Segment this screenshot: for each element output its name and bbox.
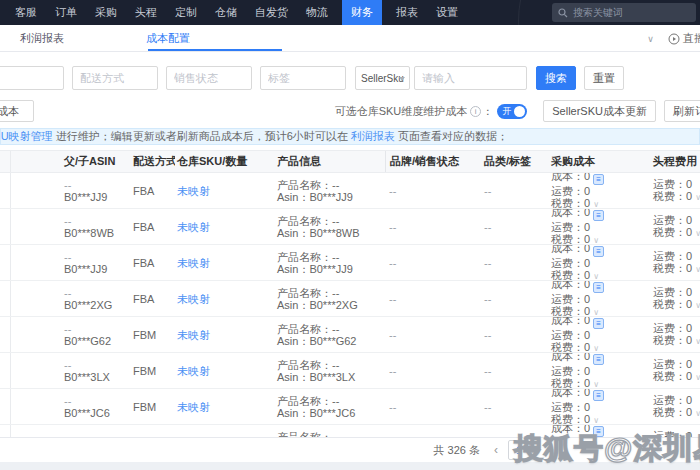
expand-icon[interactable]: ∨ [695, 409, 700, 418]
unmapped-link[interactable]: 未映射 [177, 401, 210, 413]
row-select-strip[interactable] [0, 317, 11, 352]
reset-button[interactable]: 重置 [584, 66, 624, 90]
product-asin: Asin：B0***G62 [277, 335, 385, 347]
purchase-freight: 运费：0 [551, 365, 646, 377]
purchase-freight: 运费：0 [551, 185, 646, 197]
prev-page-icon[interactable]: ‹ [494, 443, 498, 457]
sales-status-filter[interactable] [166, 66, 252, 90]
expand-icon[interactable]: ∨ [695, 301, 700, 310]
expand-icon[interactable]: ∨ [593, 308, 599, 316]
parent-asin: -- [64, 323, 131, 335]
expand-icon[interactable]: ∨ [593, 380, 599, 388]
edit-cost-icon[interactable] [593, 318, 604, 329]
delivery-method-filter[interactable] [72, 66, 158, 90]
unmapped-link[interactable]: 未映射 [177, 257, 210, 269]
purchase-tax: 税费：0 [551, 233, 590, 244]
product-name: 产品名称：-- [277, 251, 385, 263]
unmapped-link[interactable]: 未映射 [177, 185, 210, 197]
chevron-down-icon [399, 77, 405, 81]
edit-cost-icon[interactable] [593, 210, 604, 221]
headway-freight: 运费：0 [653, 322, 700, 334]
notice-bar: SKU映射管理 进行维护；编辑更新或者刷新商品成本后，预计6小时可以在 利润报表… [0, 128, 700, 145]
purchase-cost: 成本：0 [551, 317, 590, 326]
product-asin: Asin：B0***JJ9 [277, 191, 385, 203]
headway-tax: 税费：0 [653, 190, 692, 202]
filter-bar: SellerSku 搜索 重置 [0, 66, 700, 90]
headway-freight: 运费：0 [653, 178, 700, 190]
expand-icon[interactable]: ∨ [695, 265, 700, 274]
active-tab-underline [148, 49, 282, 51]
edit-cost-icon[interactable] [593, 390, 604, 401]
headway-freight: 运费：0 [653, 286, 700, 298]
nav-item-5[interactable]: 仓储 [211, 0, 241, 25]
product-asin: Asin：B0***2XG [277, 299, 385, 311]
column-header-3: 产品信息 [274, 151, 385, 172]
nav-item-0[interactable]: 客服 [11, 0, 41, 25]
brand-status: -- [389, 365, 479, 377]
expand-icon[interactable]: ∨ [695, 193, 700, 202]
unmapped-link[interactable]: 未映射 [177, 293, 210, 305]
row-select-strip[interactable] [0, 209, 11, 244]
expand-icon[interactable]: ∨ [593, 416, 599, 424]
unmapped-link[interactable]: 未映射 [177, 365, 210, 377]
tag-filter[interactable] [260, 66, 346, 90]
nav-item-1[interactable]: 订单 [51, 0, 81, 25]
purchase-tax: 税费：0 [551, 269, 590, 280]
expand-icon[interactable]: ∨ [695, 337, 700, 346]
nav-item-8[interactable]: 财务 [342, 0, 382, 25]
live-training-link[interactable]: 直播/ [668, 31, 700, 46]
nav-item-4[interactable]: 定制 [171, 0, 201, 25]
child-asin: B0***8WB [64, 227, 131, 239]
nav-item-9[interactable]: 报表 [392, 0, 422, 25]
total-count: 共 326 条 [434, 443, 480, 458]
expand-icon[interactable]: ∨ [593, 272, 599, 280]
row-select-strip[interactable] [0, 281, 11, 316]
unmapped-link[interactable]: 未映射 [177, 221, 210, 233]
seller-sku-cost-update-button[interactable]: SellerSKU成本更新 [543, 100, 656, 122]
expand-icon[interactable]: ∨ [593, 344, 599, 352]
nav-item-3[interactable]: 头程 [131, 0, 161, 25]
purchase-cost: 成本：0 [551, 281, 590, 290]
top-navbar: 客服订单采购头程定制仓储自发货物流财务报表设置 搜索关键词 [0, 0, 700, 25]
edit-cost-icon[interactable] [593, 174, 604, 185]
page-number[interactable]: 1 [508, 440, 530, 460]
tab-cost-config[interactable]: 成本配置 [146, 31, 190, 46]
cost-button-partial[interactable]: 成本 [0, 100, 34, 122]
keyword-input[interactable] [414, 66, 527, 90]
refresh-order-button-partial[interactable]: 刷新订单 [664, 100, 700, 122]
sku-mapping-link[interactable]: SKU映射管理 [0, 130, 53, 142]
nav-item-10[interactable]: 设置 [432, 0, 462, 25]
purchase-freight: 运费：0 [551, 329, 646, 341]
purchase-freight: 运费：0 [551, 293, 646, 305]
column-header-2: 仓库SKU/数量 [175, 151, 274, 172]
edit-cost-icon[interactable] [593, 354, 604, 365]
seller-sku-select[interactable]: SellerSku [355, 66, 410, 90]
row-select-strip[interactable] [0, 173, 11, 208]
edit-cost-icon[interactable] [593, 246, 604, 257]
search-button[interactable]: 搜索 [536, 66, 576, 90]
warehouse-sku-toggle[interactable]: 开 [497, 104, 527, 119]
expand-icon[interactable]: ∨ [695, 229, 700, 238]
global-search-input[interactable]: 搜索关键词 [552, 3, 696, 22]
expand-icon[interactable]: ∨ [695, 373, 700, 382]
nav-item-7[interactable]: 物流 [302, 0, 332, 25]
expand-icon[interactable]: ∨ [593, 236, 599, 244]
row-select-strip[interactable] [0, 353, 11, 388]
delivery-method: FBM [133, 401, 175, 413]
expand-icon[interactable]: ∨ [593, 200, 599, 208]
row-select-strip[interactable] [0, 389, 11, 424]
brand-status: -- [389, 257, 479, 269]
chevron-down-icon[interactable]: ∨ [647, 34, 654, 44]
product-asin: Asin：B0***3LX [277, 371, 385, 383]
parent-asin: -- [64, 251, 131, 263]
edit-cost-icon[interactable] [593, 282, 604, 293]
profit-report-link[interactable]: 利润报表 [351, 130, 395, 142]
filter-input-cut[interactable] [0, 66, 64, 90]
tab-profit-report[interactable]: 利润报表 [20, 31, 64, 46]
child-asin: B0***JJ9 [64, 191, 131, 203]
nav-item-2[interactable]: 采购 [91, 0, 121, 25]
unmapped-link[interactable]: 未映射 [177, 329, 210, 341]
edit-cost-icon[interactable] [593, 426, 604, 437]
nav-item-6[interactable]: 自发货 [251, 0, 292, 25]
row-select-strip[interactable] [0, 245, 11, 280]
